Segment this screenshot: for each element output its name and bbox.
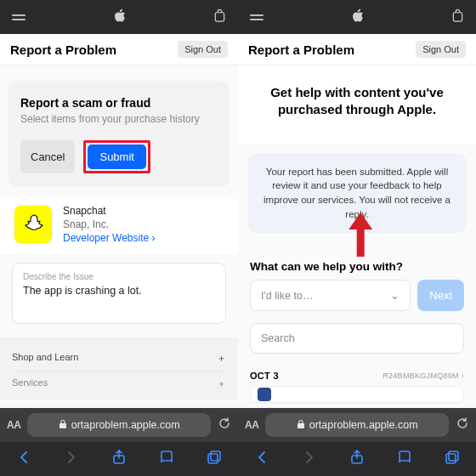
headline: Get help with content you've purchased t…	[238, 65, 476, 144]
footer-row-shop[interactable]: Shop and Learn＋	[12, 346, 226, 371]
share-button[interactable]	[348, 449, 366, 469]
svg-rect-6	[298, 423, 304, 428]
nav-bar	[238, 0, 476, 34]
menu-icon[interactable]	[250, 14, 264, 20]
reload-icon[interactable]	[218, 416, 231, 434]
confirmation-message: Your report has been submitted. Apple wi…	[248, 153, 466, 234]
back-button[interactable]	[253, 449, 270, 469]
nav-bar	[0, 0, 238, 34]
text-size-button[interactable]: AA	[7, 419, 20, 431]
bag-icon[interactable]	[213, 8, 226, 26]
svg-rect-3	[211, 451, 220, 461]
lock-icon	[297, 419, 305, 432]
purchase-app-icon	[258, 388, 271, 401]
select-placeholder: I'd like to…	[261, 290, 313, 302]
annotation-arrow-icon	[343, 212, 378, 264]
svg-rect-0	[215, 12, 224, 20]
developer-website-link[interactable]: Developer Website ›	[63, 231, 156, 245]
purchase-order[interactable]: R24BMBKGJMQ89M ›	[382, 371, 464, 380]
issue-value: The app is crashing a lot.	[23, 285, 215, 297]
search-input[interactable]: Search	[250, 323, 464, 354]
app-name: Snapchat	[63, 204, 156, 218]
app-row: Snapchat Snap, Inc. Developer Website ›	[0, 199, 238, 254]
reason-select[interactable]: I'd like to… ⌄	[250, 280, 411, 311]
annotation-highlight-box: Submit	[83, 140, 150, 173]
svg-rect-1	[60, 423, 66, 428]
right-screenshot: Report a Problem Sign Out Get help with …	[238, 0, 476, 476]
card-subtitle: Select items from your purchase history	[20, 113, 218, 125]
apple-logo-icon[interactable]	[352, 8, 364, 26]
page-title: Report a Problem	[10, 42, 116, 57]
url-pill[interactable]: ortaproblem.apple.com	[27, 413, 211, 437]
snapchat-icon	[14, 205, 53, 244]
forward-button	[63, 449, 80, 469]
help-prompt: What can we help you with?	[250, 260, 464, 273]
safari-toolbar	[0, 442, 238, 476]
report-card: Report a scam or fraud Select items from…	[8, 81, 230, 187]
url-text: ortaproblem.apple.com	[309, 419, 418, 431]
address-bar: AA ortaproblem.apple.com	[238, 408, 476, 442]
tabs-button[interactable]	[206, 449, 223, 469]
svg-rect-9	[446, 454, 456, 463]
card-title: Report a scam or fraud	[20, 96, 218, 110]
footer-links: Shop and Learn＋ Services＋	[0, 337, 238, 400]
bag-icon[interactable]	[451, 8, 464, 26]
safari-chrome: AA ortaproblem.apple.com	[0, 408, 238, 476]
apple-logo-icon[interactable]	[114, 8, 126, 26]
sign-out-button[interactable]: Sign Out	[178, 41, 228, 58]
safari-toolbar	[238, 442, 476, 476]
svg-rect-5	[453, 12, 462, 20]
sign-out-button[interactable]: Sign Out	[416, 41, 466, 58]
left-screenshot: Report a Problem Sign Out Report a scam …	[0, 0, 238, 476]
bookmarks-button[interactable]	[158, 449, 175, 469]
chevron-down-icon: ⌄	[390, 289, 400, 302]
reload-icon[interactable]	[456, 416, 469, 434]
footer-row-services[interactable]: Services＋	[12, 371, 226, 396]
next-button[interactable]: Next	[417, 280, 464, 311]
menu-icon[interactable]	[12, 14, 26, 20]
share-button[interactable]	[110, 449, 128, 469]
address-bar: AA ortaproblem.apple.com	[0, 408, 238, 442]
safari-chrome: AA ortaproblem.apple.com	[238, 408, 476, 476]
cancel-button[interactable]: Cancel	[20, 140, 75, 173]
back-button[interactable]	[15, 449, 32, 469]
issue-textarea[interactable]: Describe the Issue The app is crashing a…	[12, 263, 226, 324]
purchase-tile[interactable]	[250, 386, 464, 403]
purchase-date: OCT 3	[250, 371, 279, 381]
svg-rect-4	[208, 454, 218, 463]
url-text: ortaproblem.apple.com	[71, 419, 180, 431]
svg-rect-8	[449, 451, 458, 461]
lock-icon	[59, 419, 67, 432]
bookmarks-button[interactable]	[396, 449, 413, 469]
issue-label: Describe the Issue	[23, 272, 215, 281]
text-size-button[interactable]: AA	[245, 419, 258, 431]
purchase-date-row: OCT 3 R24BMBKGJMQ89M ›	[238, 367, 476, 381]
tabs-button[interactable]	[444, 449, 461, 469]
app-vendor: Snap, Inc.	[63, 218, 156, 231]
submit-button[interactable]: Submit	[88, 144, 145, 169]
url-pill[interactable]: ortaproblem.apple.com	[265, 413, 449, 437]
forward-button	[301, 449, 318, 469]
title-bar: Report a Problem Sign Out	[238, 34, 476, 65]
title-bar: Report a Problem Sign Out	[0, 34, 238, 65]
page-title: Report a Problem	[248, 42, 354, 57]
